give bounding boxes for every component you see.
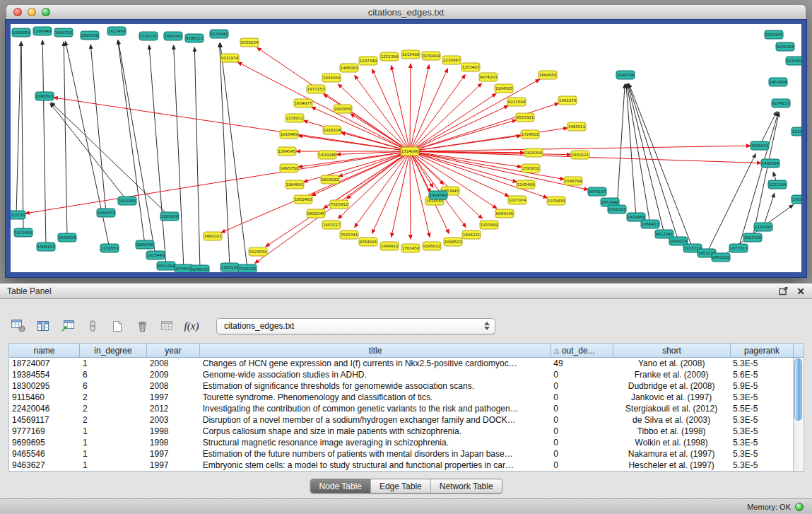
graph-node[interactable]: 9245012 bbox=[423, 242, 441, 250]
graph-node[interactable]: 1015408 bbox=[401, 50, 420, 59]
scrollbar-thumb[interactable] bbox=[794, 358, 802, 421]
graph-node[interactable]: 1595833 bbox=[751, 141, 769, 150]
graph-node[interactable]: 2060503 bbox=[35, 92, 54, 100]
graph-node[interactable]: 9203022 bbox=[321, 175, 339, 184]
graph-node[interactable]: 1153409 bbox=[480, 221, 498, 229]
graph-node[interactable]: 2450122 bbox=[712, 253, 730, 262]
graph-node[interactable]: 7480301 bbox=[204, 232, 222, 240]
graph-node[interactable]: 1604221 bbox=[462, 230, 481, 239]
tab-edge-table[interactable]: Edge Table bbox=[371, 479, 431, 493]
graph-node[interactable]: 1221398 bbox=[380, 52, 399, 61]
graph-node[interactable]: 9131974 bbox=[220, 54, 239, 62]
column-header-year[interactable]: year bbox=[147, 344, 200, 357]
graph-node[interactable]: 7325412 bbox=[330, 200, 348, 209]
network-selector-dropdown[interactable]: citations_edges.txt bbox=[216, 318, 495, 334]
graph-node[interactable]: 1977153 bbox=[307, 85, 325, 93]
graph-node[interactable]: 2450121 bbox=[571, 151, 589, 159]
graph-node[interactable]: 1664950 bbox=[539, 71, 557, 79]
table-row[interactable]: 1938455462009Genome-wide association stu… bbox=[9, 369, 793, 380]
table-row[interactable]: 1830029562008Estimation of significance … bbox=[9, 380, 793, 392]
graph-node[interactable]: 2082058 bbox=[334, 105, 352, 113]
graph-node[interactable]: 9611304 bbox=[157, 262, 175, 270]
graph-node[interactable]: 1453404 bbox=[769, 78, 787, 86]
merge-tables-button[interactable] bbox=[58, 317, 78, 335]
graph-node[interactable]: 1084523 bbox=[444, 238, 462, 246]
import-table-button[interactable] bbox=[157, 317, 177, 335]
graph-node[interactable]: 7625341 bbox=[340, 230, 358, 239]
network-graph[interactable]: 1724096182036017245019553321822150411845… bbox=[11, 24, 801, 272]
table-row[interactable]: 969969511998Structural magnetic resonanc… bbox=[9, 437, 793, 448]
graph-node[interactable]: 1940553 bbox=[97, 209, 115, 217]
graph-node[interactable]: 1221097 bbox=[754, 223, 772, 231]
graph-node[interactable]: 9124550 bbox=[249, 247, 267, 256]
graph-node[interactable]: 9106113 bbox=[185, 34, 204, 42]
function-builder-button[interactable]: f(x) bbox=[182, 317, 201, 335]
graph-node[interactable]: 9553321 bbox=[516, 113, 534, 122]
graph-node[interactable]: 8354091 bbox=[359, 238, 377, 246]
column-header-out_de-[interactable]: △out_de... bbox=[551, 344, 613, 357]
column-header-short[interactable]: short bbox=[613, 344, 731, 357]
graph-node[interactable]: 8130441 bbox=[210, 30, 228, 38]
column-header-in_degree[interactable]: in_degree bbox=[80, 344, 147, 357]
graph-node[interactable]: 9892345 bbox=[307, 209, 325, 218]
table-row[interactable]: 977716911998Corpus callosum shape and si… bbox=[9, 426, 793, 437]
graph-node[interactable]: 1184505 bbox=[495, 84, 513, 93]
tab-node-table[interactable]: Node Table bbox=[310, 479, 371, 493]
tab-network-table[interactable]: Network Table bbox=[431, 479, 502, 493]
graph-node[interactable]: 1108130 bbox=[220, 263, 239, 271]
graph-node[interactable]: 1724096 bbox=[401, 147, 419, 156]
graph-node[interactable]: 9674203 bbox=[479, 73, 498, 81]
graph-node[interactable]: 1913450 bbox=[14, 228, 33, 237]
graph-node[interactable]: 1485084 bbox=[761, 159, 779, 168]
graph-node[interactable]: 1221399 bbox=[768, 180, 787, 189]
graph-node[interactable]: 1913489 bbox=[107, 27, 126, 35]
graph-node[interactable]: 1915469 bbox=[280, 130, 298, 139]
table-row[interactable]: 911546021997Tourette syndrome. Phenomeno… bbox=[9, 392, 793, 403]
graph-node[interactable]: 1834059 bbox=[322, 74, 341, 82]
graph-node[interactable]: 2205008 bbox=[160, 212, 179, 221]
graph-node[interactable]: 1074013 bbox=[175, 264, 193, 272]
graph-node[interactable]: 1495758 bbox=[280, 164, 298, 173]
close-window-button[interactable] bbox=[13, 8, 22, 16]
graph-node[interactable]: 1485911 bbox=[567, 122, 586, 131]
graph-node[interactable]: 8130404 bbox=[422, 52, 440, 60]
minimize-window-button[interactable] bbox=[28, 8, 36, 16]
graph-node[interactable]: 8221504 bbox=[507, 98, 526, 106]
graph-node[interactable]: 8099145 bbox=[495, 209, 514, 218]
graph-node[interactable]: 2150553 bbox=[100, 244, 119, 252]
graph-node[interactable]: 2560504 bbox=[58, 233, 76, 242]
column-visibility-button[interactable] bbox=[33, 317, 53, 335]
delete-table-button[interactable] bbox=[132, 317, 152, 335]
graph-node[interactable]: 1999410 bbox=[380, 242, 399, 250]
graph-node[interactable]: 1595832 bbox=[522, 164, 540, 173]
graph-node[interactable]: 1210340 bbox=[792, 127, 801, 136]
graph-node[interactable]: 2210987 bbox=[442, 56, 461, 64]
zoom-window-button[interactable] bbox=[42, 8, 50, 16]
graph-node[interactable]: 1253403 bbox=[461, 63, 480, 71]
graph-node[interactable]: 8559234 bbox=[240, 38, 259, 47]
graph-node[interactable]: 1610350 bbox=[118, 197, 136, 205]
graph-node[interactable]: 1820360 bbox=[524, 148, 543, 157]
graph-node[interactable]: 1297349 bbox=[359, 57, 377, 65]
graph-node[interactable]: 2216012 bbox=[286, 114, 304, 122]
graph-node[interactable]: 1306640 bbox=[33, 27, 52, 35]
graph-node[interactable]: 8679197 bbox=[588, 187, 606, 196]
column-header-pagerank[interactable]: pagerank bbox=[731, 344, 794, 357]
close-panel-icon[interactable]: ✕ bbox=[796, 286, 805, 296]
graph-node[interactable]: 7103105 bbox=[238, 264, 257, 272]
graph-node[interactable]: 1420046 bbox=[318, 151, 336, 159]
graph-node[interactable]: 9151304 bbox=[776, 42, 794, 51]
graph-node[interactable]: 9391912 bbox=[608, 205, 626, 214]
graph-node[interactable]: 1015409 bbox=[786, 57, 801, 65]
graph-node[interactable]: 1145409 bbox=[517, 180, 535, 189]
graph-node[interactable]: 1384545 bbox=[278, 147, 296, 156]
graph-node[interactable]: 1763450 bbox=[401, 244, 420, 252]
graph-node[interactable]: 1724501 bbox=[521, 130, 539, 139]
graph-node[interactable]: 1604877 bbox=[294, 99, 312, 107]
graph-node[interactable]: 1913441 bbox=[765, 30, 783, 39]
graph-node[interactable]: 1914549 bbox=[429, 191, 447, 199]
graph-node[interactable]: 1480702 bbox=[54, 28, 73, 37]
graph-node[interactable]: 1903105 bbox=[743, 233, 762, 242]
graph-node[interactable]: 1079438 bbox=[547, 197, 565, 205]
table-scrollbar[interactable] bbox=[793, 358, 804, 471]
